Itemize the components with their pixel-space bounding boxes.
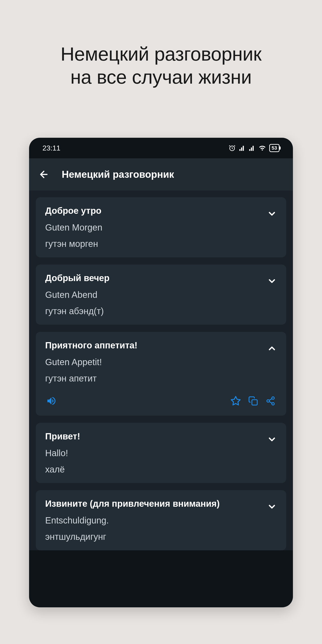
content-area: Доброе утро Guten Morgen гутэн морген До… <box>29 190 293 550</box>
phrase-translation: Guten Appetit! <box>45 357 277 367</box>
hero-title: Немецкий разговорник на все случаи жизни <box>60 42 262 88</box>
signal-icon <box>239 145 246 152</box>
alarm-icon <box>228 144 236 152</box>
chevron-down-icon <box>267 434 277 444</box>
phrase-title: Извините (для привлечения внимания) <box>45 499 277 509</box>
star-icon <box>230 396 241 406</box>
phrase-translation: Hallo! <box>45 448 277 458</box>
back-button[interactable] <box>36 166 52 182</box>
card-actions <box>45 395 277 407</box>
app-header: Немецкий разговорник <box>29 158 293 190</box>
signal-icon-2 <box>249 145 255 152</box>
copy-icon <box>248 396 258 406</box>
phrase-card[interactable]: Извините (для привлечения внимания) Ents… <box>36 490 286 550</box>
phrase-title: Добрый вечер <box>45 273 277 283</box>
phrase-title: Доброе утро <box>45 206 277 216</box>
phrase-transcription: гутэн морген <box>45 239 277 249</box>
phrase-card[interactable]: Доброе утро Guten Morgen гутэн морген <box>36 197 286 258</box>
chevron-up-icon <box>267 344 277 353</box>
expand-toggle[interactable] <box>267 434 277 444</box>
phrase-card[interactable]: Добрый вечер Guten Abend гутэн абэнд(т) <box>36 264 286 325</box>
share-icon <box>266 396 276 406</box>
share-button[interactable] <box>264 395 277 407</box>
wifi-icon <box>258 144 266 152</box>
expand-toggle[interactable] <box>267 502 277 512</box>
status-icons: 53 <box>228 144 280 152</box>
phrase-card[interactable]: Привет! Hallo! халё <box>36 423 286 483</box>
svg-rect-3 <box>252 400 258 405</box>
phrase-translation: Entschuldigung. <box>45 516 277 526</box>
status-bar: 23:11 53 <box>29 138 293 158</box>
chevron-down-icon <box>267 502 277 512</box>
phrase-translation: Guten Abend <box>45 290 277 300</box>
collapse-toggle[interactable] <box>267 344 277 353</box>
copy-button[interactable] <box>247 395 260 407</box>
speaker-icon <box>46 396 57 406</box>
arrow-left-icon <box>38 169 49 180</box>
hero-line2: на все случаи жизни <box>60 66 262 88</box>
svg-line-7 <box>269 402 272 403</box>
phrase-title: Привет! <box>45 431 277 442</box>
status-time: 23:11 <box>42 144 60 152</box>
phrase-transcription: энтшульдигунг <box>45 532 277 542</box>
audio-button[interactable] <box>45 395 58 407</box>
svg-marker-2 <box>231 396 240 405</box>
phrase-translation: Guten Morgen <box>45 222 277 232</box>
phrase-card[interactable]: Приятного аппетита! Guten Appetit! гутэн… <box>36 332 286 416</box>
chevron-down-icon <box>267 209 277 219</box>
expand-toggle[interactable] <box>267 276 277 286</box>
phrase-transcription: гутэн апетит <box>45 374 277 384</box>
phrase-transcription: халё <box>45 464 277 474</box>
chevron-down-icon <box>267 276 277 286</box>
expand-toggle[interactable] <box>267 209 277 219</box>
hero-line1: Немецкий разговорник <box>60 42 262 66</box>
svg-line-8 <box>269 399 272 400</box>
battery-icon: 53 <box>269 144 280 152</box>
favorite-button[interactable] <box>230 395 242 407</box>
phone-frame: 23:11 53 Немецкий разговорник <box>29 138 293 607</box>
phrase-title: Приятного аппетита! <box>45 340 277 350</box>
app-title: Немецкий разговорник <box>62 169 174 180</box>
phrase-transcription: гутэн абэнд(т) <box>45 306 277 316</box>
